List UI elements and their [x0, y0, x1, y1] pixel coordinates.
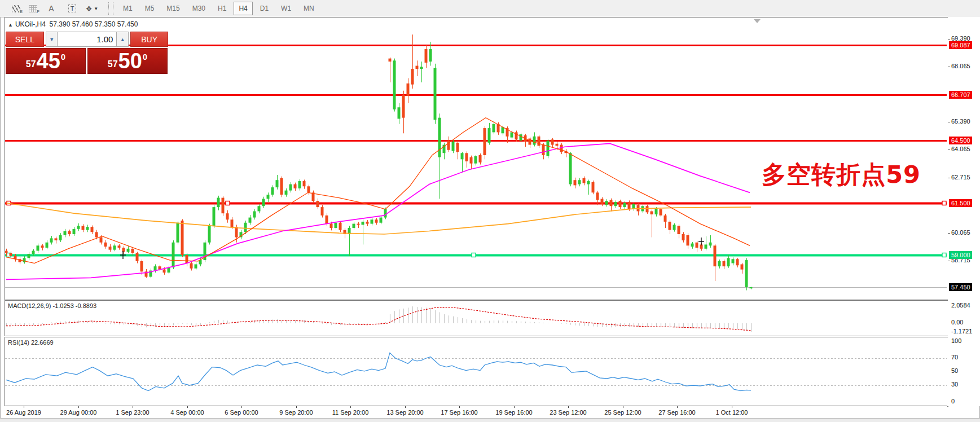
time-axis-tick [405, 406, 406, 408]
trading-platform-window: E F A T ❖▼ M1M5M15M30H1H4D1W1MN ▲UKOil-,… [0, 0, 980, 422]
price-axis-tick: 100 [951, 337, 961, 344]
timeframe-button-M15[interactable]: M15 [161, 2, 184, 15]
price-axis-tick: 2.0584 [951, 302, 970, 309]
time-axis-tick [623, 406, 623, 408]
time-axis-label: 1 Oct 12:00 [716, 409, 748, 416]
time-axis-tick [133, 406, 133, 408]
time-axis-tick [350, 406, 351, 408]
buy-button[interactable]: BUY [130, 32, 168, 47]
time-axis-tick [187, 406, 188, 408]
volume-increase-button[interactable]: ▲ [116, 32, 129, 47]
price-axis-tick: -1.1721 [951, 328, 972, 335]
price-badge: 64.500 [949, 137, 972, 144]
axis-tick-dash [948, 67, 950, 67]
window-bottom-edge [0, 418, 980, 422]
time-axis-label: 11 Sep 20:00 [332, 409, 369, 416]
price-badge: 66.707 [949, 91, 972, 99]
time-axis-label: 19 Sep 16:00 [495, 409, 532, 416]
price-axis-tick: 65.390 [951, 118, 970, 125]
axis-tick-dash [948, 122, 950, 122]
collapse-arrow-icon[interactable]: ▲ [8, 22, 13, 28]
one-click-trading-panel: SELL ▼ ▲ BUY 57 45 0 57 50 0 [6, 32, 168, 74]
timeframe-button-M1[interactable]: M1 [118, 2, 138, 15]
macd-signal-line [6, 307, 751, 331]
axis-tick-dash [948, 233, 950, 234]
volume-decrease-button[interactable]: ▼ [46, 32, 58, 47]
ma-orangered [6, 118, 750, 263]
timeframe-button-W1[interactable]: W1 [276, 2, 296, 15]
time-axis-tick [78, 406, 79, 408]
price-axis-tick: 30 [951, 381, 958, 388]
top-toolbar: E F A T ❖▼ M1M5M15M30H1H4D1W1MN [0, 0, 980, 17]
timeframe-button-M30[interactable]: M30 [187, 2, 210, 15]
axis-tick-dash [948, 39, 950, 39]
time-axis-label: 17 Sep 16:00 [441, 409, 477, 416]
time-axis-tick [241, 406, 242, 408]
time-axis[interactable]: 26 Aug 201929 Aug 00:001 Sep 23:004 Sep … [5, 406, 947, 419]
time-axis-tick [24, 406, 24, 408]
price-axis-tick: 0.00 [951, 319, 963, 326]
price-badge: 61.500 [949, 199, 972, 207]
time-axis-tick [732, 406, 732, 408]
macd-label: MACD(12,26,9) -1.0253 -0.8893 [8, 302, 96, 309]
time-axis-label: 4 Sep 00:00 [170, 409, 204, 416]
hline-handle[interactable] [942, 253, 946, 257]
axis-tick-dash [948, 178, 950, 178]
price-axis-tick: 64.065 [951, 146, 970, 152]
volume-input[interactable] [58, 32, 116, 47]
sell-button[interactable]: SELL [6, 32, 44, 47]
rsi-canvas [5, 337, 947, 405]
time-axis-label: 23 Sep 12:00 [550, 409, 586, 416]
time-axis-label: 9 Sep 20:00 [279, 409, 313, 416]
price-axis-tick: 50 [951, 367, 958, 374]
macd-canvas [5, 301, 947, 335]
price-axis-tick: 70 [951, 354, 958, 361]
price-axis-tick: 60.065 [951, 229, 970, 236]
time-axis-label: 25 Sep 12:00 [604, 409, 641, 416]
axis-tick-dash [948, 261, 950, 261]
time-axis-label: 27 Sep 16:00 [658, 409, 695, 416]
text-box-tool-icon[interactable]: T [64, 1, 80, 16]
rsi-panel[interactable] [5, 337, 948, 407]
timeframe-button-MN[interactable]: MN [298, 2, 319, 15]
hline-handle[interactable] [226, 201, 230, 205]
time-axis-tick [459, 406, 460, 408]
timeframe-button-D1[interactable]: D1 [255, 2, 274, 15]
chart-shift-marker-icon[interactable] [754, 19, 761, 23]
timeframe-button-H1[interactable]: H1 [213, 2, 231, 15]
time-axis-label: 6 Sep 00:00 [225, 409, 258, 416]
time-axis-tick [296, 406, 297, 408]
price-axis-tick: 0 [951, 398, 955, 405]
time-axis-label: 29 Aug 00:00 [60, 409, 97, 416]
chart-symbol-title: ▲UKOil-,H4 57.390 57.460 57.350 57.450 [8, 20, 138, 28]
arrows-tool-icon[interactable]: ❖▼ [84, 1, 100, 16]
hline-handle[interactable] [942, 201, 946, 205]
buy-price-display[interactable]: 57 50 0 [87, 48, 168, 74]
price-axis-tick: 68.065 [951, 63, 970, 69]
time-axis-label: 13 Sep 20:00 [386, 409, 423, 416]
hline-handle[interactable] [472, 253, 476, 257]
price-badge: 59.000 [949, 251, 972, 259]
timeframe-button-M5[interactable]: M5 [140, 2, 160, 15]
text-label-tool-icon[interactable]: A [43, 1, 59, 16]
time-axis-label: 1 Sep 23:00 [116, 409, 149, 416]
axis-tick-dash [948, 150, 950, 150]
time-axis-tick [514, 406, 515, 408]
elliott-correction-tool-icon[interactable]: F [27, 1, 42, 16]
sell-price-display[interactable]: 57 45 0 [6, 48, 86, 74]
price-axis-tick: 62.715 [951, 174, 970, 181]
toolbar-separator [108, 2, 113, 15]
rsi-label: RSI(14) 22.6669 [8, 339, 54, 346]
elliott-impulse-tool-icon[interactable]: E [10, 1, 25, 16]
price-badge: 57.450 [949, 283, 972, 291]
time-axis-tick [677, 406, 678, 408]
macd-panel[interactable] [5, 300, 948, 336]
timeframe-button-H4[interactable]: H4 [234, 2, 252, 15]
chart-text-annotation[interactable]: 多空转折点59 [742, 159, 921, 191]
time-axis-tick [568, 406, 569, 408]
price-axis[interactable]: 69.39068.06565.39064.06562.71560.06558.7… [948, 17, 980, 406]
price-badge: 69.087 [949, 41, 972, 49]
time-axis-label: 26 Aug 2019 [6, 409, 41, 416]
